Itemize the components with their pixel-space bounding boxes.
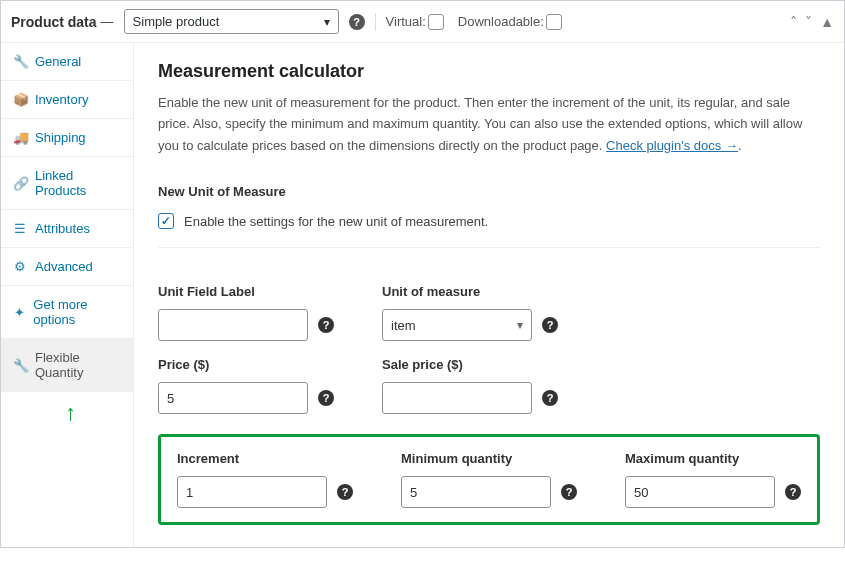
section-label: New Unit of Measure: [158, 184, 820, 199]
sidebar-item-flexible-quantity[interactable]: 🔧 Flexible Quantity: [1, 339, 133, 392]
help-icon[interactable]: ?: [318, 317, 334, 333]
sidebar-item-label: Linked Products: [35, 168, 121, 198]
sidebar-item-inventory[interactable]: 📦 Inventory: [1, 81, 133, 119]
increment-input[interactable]: [177, 476, 327, 508]
field-label: Price ($): [158, 357, 334, 372]
link-icon: 🔗: [13, 176, 27, 191]
field-unit-measure: Unit of measure item ▾ ?: [382, 284, 558, 341]
field-label: Sale price ($): [382, 357, 558, 372]
chevron-down-icon: ▾: [517, 318, 523, 332]
price-input[interactable]: [158, 382, 308, 414]
truck-icon: 🚚: [13, 130, 27, 145]
field-sale-price: Sale price ($) ?: [382, 357, 558, 414]
panel-controls: ˄ ˅ ▲: [790, 14, 834, 30]
sidebar-item-shipping[interactable]: 🚚 Shipping: [1, 119, 133, 157]
sidebar-item-label: Flexible Quantity: [35, 350, 121, 380]
downloadable-label: Downloadable:: [458, 14, 562, 30]
sidebar-item-attributes[interactable]: ☰ Attributes: [1, 210, 133, 248]
enable-label: Enable the settings for the new unit of …: [184, 214, 488, 229]
field-increment: Increment ?: [177, 451, 353, 508]
move-up-icon[interactable]: ˄: [790, 14, 797, 30]
field-label: Increment: [177, 451, 353, 466]
field-max-qty: Maximum quantity ?: [625, 451, 801, 508]
highlighted-fields: Increment ? Minimum quantity ? Maximum q…: [158, 434, 820, 525]
help-icon[interactable]: ?: [542, 317, 558, 333]
docs-link[interactable]: Check plugin's docs →: [606, 138, 738, 153]
content-description: Enable the new unit of measurement for t…: [158, 92, 820, 156]
divider: [375, 13, 376, 31]
fields-row-1: Unit Field Label ? Unit of measure item …: [158, 268, 820, 341]
wrench-icon: 🔧: [13, 54, 27, 69]
field-min-qty: Minimum quantity ?: [401, 451, 577, 508]
sidebar-item-label: Shipping: [35, 130, 86, 145]
field-label: Minimum quantity: [401, 451, 577, 466]
field-label: Unit of measure: [382, 284, 558, 299]
list-icon: ☰: [13, 221, 27, 236]
downloadable-checkbox[interactable]: [546, 14, 562, 30]
sidebar-item-label: Get more options: [33, 297, 121, 327]
unit-label-input[interactable]: [158, 309, 308, 341]
field-label: Unit Field Label: [158, 284, 334, 299]
field-label: Maximum quantity: [625, 451, 801, 466]
sidebar-item-label: General: [35, 54, 81, 69]
virtual-label: Virtual:: [386, 14, 444, 30]
box-icon: 📦: [13, 92, 27, 107]
product-type-select[interactable]: Simple product ▾: [124, 9, 339, 34]
chevron-down-icon: ▾: [324, 15, 330, 29]
enable-checkbox[interactable]: ✓: [158, 213, 174, 229]
field-price: Price ($) ?: [158, 357, 334, 414]
panel-body: 🔧 General 📦 Inventory 🚚 Shipping 🔗 Linke…: [1, 43, 844, 547]
sidebar-item-label: Advanced: [35, 259, 93, 274]
help-icon[interactable]: ?: [337, 484, 353, 500]
help-icon[interactable]: ?: [561, 484, 577, 500]
fields-row-2: Price ($) ? Sale price ($) ?: [158, 341, 820, 414]
gear-icon: ⚙: [13, 259, 27, 274]
dash: —: [101, 14, 114, 29]
wrench-icon: 🔧: [13, 358, 27, 373]
sale-price-input[interactable]: [382, 382, 532, 414]
sidebar-item-general[interactable]: 🔧 General: [1, 43, 133, 81]
sidebar-item-more[interactable]: ✦ Get more options: [1, 286, 133, 339]
field-unit-label: Unit Field Label ?: [158, 284, 334, 341]
min-qty-input[interactable]: [401, 476, 551, 508]
header-title: Product data: [11, 14, 97, 30]
move-down-icon[interactable]: ˅: [805, 14, 812, 30]
sidebar: 🔧 General 📦 Inventory 🚚 Shipping 🔗 Linke…: [1, 43, 134, 547]
sidebar-item-linked[interactable]: 🔗 Linked Products: [1, 157, 133, 210]
product-data-panel: Product data — Simple product ▾ ? Virtua…: [0, 0, 845, 548]
max-qty-input[interactable]: [625, 476, 775, 508]
help-icon[interactable]: ?: [349, 14, 365, 30]
arrow-up-annotation-icon: ↑: [65, 400, 133, 426]
virtual-checkbox[interactable]: [428, 14, 444, 30]
content-heading: Measurement calculator: [158, 61, 820, 82]
enable-row: ✓ Enable the settings for the new unit o…: [158, 213, 820, 248]
content-area: Measurement calculator Enable the new un…: [134, 43, 844, 547]
help-icon[interactable]: ?: [542, 390, 558, 406]
sparkle-icon: ✦: [13, 305, 25, 320]
product-type-value: Simple product: [133, 14, 220, 29]
sidebar-item-advanced[interactable]: ⚙ Advanced: [1, 248, 133, 286]
sidebar-item-label: Inventory: [35, 92, 88, 107]
unit-measure-select[interactable]: item ▾: [382, 309, 532, 341]
help-icon[interactable]: ?: [785, 484, 801, 500]
panel-header: Product data — Simple product ▾ ? Virtua…: [1, 1, 844, 43]
sidebar-item-label: Attributes: [35, 221, 90, 236]
help-icon[interactable]: ?: [318, 390, 334, 406]
collapse-icon[interactable]: ▲: [820, 14, 834, 30]
